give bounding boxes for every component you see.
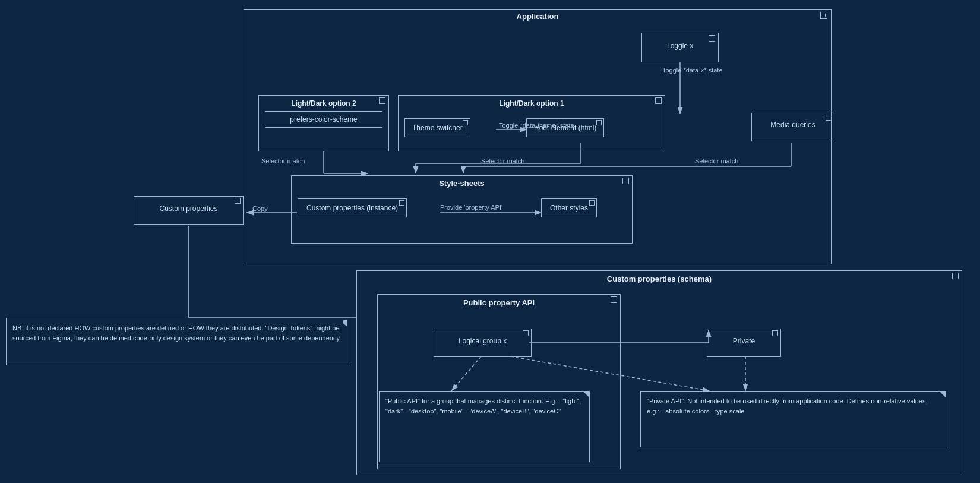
- media-queries-label: Media queries: [752, 113, 834, 129]
- ld1-title: Light/Dark option 1: [399, 96, 665, 109]
- toggle-data-theme-label: Toggle *data-theme* state: [499, 122, 574, 129]
- public-note-corner: [583, 391, 590, 398]
- theme-switcher-icon: [463, 120, 468, 125]
- copy-label: Copy: [252, 205, 268, 212]
- media-queries-icon: [826, 115, 832, 121]
- toggle-icon: [709, 35, 715, 42]
- other-styles-box: Other styles: [541, 198, 597, 217]
- theme-switcher-label: Theme switcher: [412, 124, 463, 132]
- media-queries-box: Media queries: [751, 113, 834, 141]
- theme-switcher-box: Theme switcher: [404, 118, 470, 137]
- schema-icon: [952, 273, 959, 279]
- public-api-icon: [611, 296, 617, 303]
- logical-group-box: Logical group x: [434, 329, 532, 357]
- toggle-x-box: Toggle x: [641, 33, 719, 62]
- schema-title: Custom properties (schema): [357, 271, 962, 285]
- lg-icon: [523, 330, 529, 336]
- public-api-note: "Public API" for a group that manages di…: [379, 391, 590, 462]
- public-api-title: Public property API: [378, 295, 620, 308]
- selector-match-2: Selector match: [481, 157, 524, 165]
- ld2-title: Light/Dark option 2: [259, 96, 388, 109]
- os-icon: [589, 200, 595, 206]
- light-dark-2-box: Light/Dark option 2 prefers-color-scheme: [258, 95, 389, 151]
- stylesheets-icon: [622, 178, 629, 184]
- nb-note-text: NB: it is not declared HOW custom proper…: [12, 324, 341, 342]
- selector-match-1: Selector match: [261, 157, 305, 165]
- app-box-icon: [820, 12, 827, 19]
- ld1-icon: [655, 97, 662, 104]
- custom-props-instance-box: Custom properties (instance): [298, 198, 407, 217]
- private-box: Private: [707, 329, 781, 357]
- private-note-text: "Private API": Not intended to be used d…: [647, 397, 928, 415]
- private-note: "Private API": Not intended to be used d…: [640, 391, 946, 447]
- private-label: Private: [707, 329, 780, 345]
- ld2-icon: [379, 97, 385, 104]
- private-icon: [772, 330, 778, 336]
- provide-property-api-label: Provide 'property API': [440, 204, 502, 211]
- public-api-note-text: "Public API" for a group that manages di…: [385, 397, 581, 415]
- private-note-corner: [939, 391, 946, 398]
- stylesheets-box: Style-sheets Custom properties (instance…: [291, 175, 633, 244]
- other-styles-label: Other styles: [550, 204, 588, 212]
- prefers-color-scheme: prefers-color-scheme: [265, 111, 382, 128]
- diagram-container: Application Toggle x Toggle *data-x* sta…: [0, 0, 980, 483]
- cpi-icon: [399, 200, 404, 206]
- cpi-label: Custom properties (instance): [306, 204, 398, 212]
- custom-properties-label: Custom properties: [134, 197, 243, 213]
- toggle-state-label: Toggle *data-x* state: [662, 67, 723, 74]
- toggle-label: Toggle x: [642, 33, 718, 50]
- logical-group-label: Logical group x: [434, 329, 531, 345]
- custom-properties-box: Custom properties: [134, 196, 244, 225]
- cp-icon: [235, 198, 241, 204]
- nb-note-box: NB: it is not declared HOW custom proper…: [6, 318, 350, 365]
- selector-match-3: Selector match: [695, 157, 738, 165]
- application-title: Application: [244, 10, 831, 22]
- nb-corner: [339, 320, 347, 326]
- root-element-icon: [596, 120, 602, 125]
- stylesheets-title: Style-sheets: [292, 176, 632, 189]
